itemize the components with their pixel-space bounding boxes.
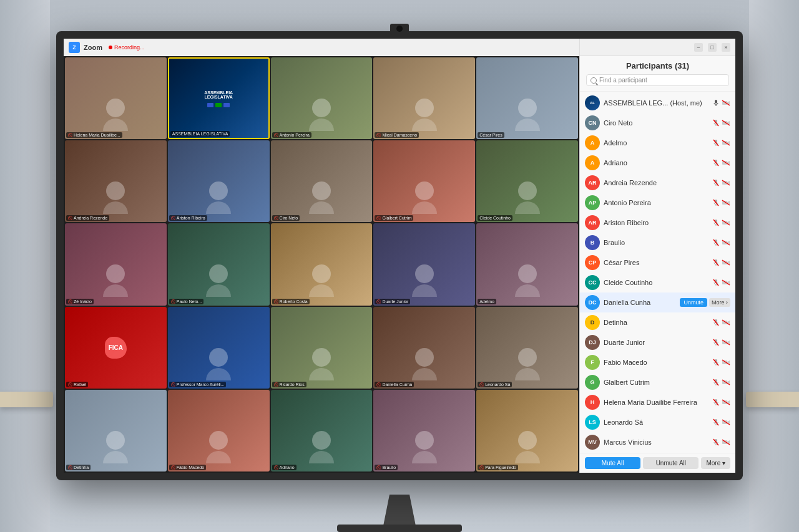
participant-icons: [712, 238, 730, 247]
video-cell: 🚫Antonio Pereira: [271, 57, 373, 139]
mic-muted-icon: [712, 378, 720, 387]
room-background: Z Zoom Recording... 🚫Helena Maria Duaili…: [0, 0, 799, 532]
participant-item[interactable]: ALASSEMBLEIA LEG... (Host, me): [580, 93, 735, 113]
participant-avatar: [309, 431, 334, 463]
participant-name: Fabio Macedo: [604, 359, 708, 366]
mic-muted-icon: [712, 258, 720, 267]
cam-icon: [722, 359, 730, 365]
participant-item[interactable]: CNCiro Neto: [580, 113, 735, 133]
participant-avatar: MV: [585, 435, 600, 450]
zoom-titlebar: Z Zoom Recording...: [64, 39, 579, 56]
participant-item[interactable]: DDetinha: [580, 312, 735, 332]
video-cell-label: 🚫Fábio Macedo: [169, 465, 206, 470]
participant-item[interactable]: ARAriston Ribeiro: [580, 213, 735, 233]
search-input[interactable]: Find a participant: [599, 77, 725, 84]
shelf-right: [746, 392, 799, 407]
participant-avatar: [515, 99, 540, 131]
participant-item[interactable]: ARAndreia Rezende: [580, 173, 735, 193]
video-cell: 🚫Zé Inácio: [65, 223, 167, 305]
video-cell: 🚫Paulo Neto...: [168, 223, 270, 305]
participant-item[interactable]: APAntonio Pereira: [580, 193, 735, 213]
participant-avatar: H: [585, 395, 600, 410]
mute-all-button[interactable]: Mute All: [585, 457, 640, 469]
participant-avatar: [309, 181, 334, 214]
unmute-button[interactable]: Unmute: [680, 298, 707, 307]
participant-item[interactable]: DCDaniella CunhaUnmuteMore ›: [580, 293, 735, 312]
participant-avatar: [515, 181, 540, 214]
participant-item[interactable]: BBraulio: [580, 233, 735, 253]
video-cell-label: 🚫Professor Marco Auréli...: [169, 382, 227, 387]
participant-avatar: [103, 181, 128, 214]
participant-name: Adriano: [604, 159, 708, 167]
video-cell-label: 🚫Leonardo Sá: [478, 382, 512, 387]
video-cell-label: Cleide Coutinho: [478, 215, 512, 221]
participant-name: Daniella Cunha: [604, 299, 676, 306]
participant-item[interactable]: CCCleide Coutinho: [580, 273, 735, 293]
participant-avatar: CC: [585, 275, 600, 290]
video-cell-label: 🚫Andreia Rezende: [66, 215, 109, 221]
participant-item[interactable]: FFabio Macedo: [580, 352, 735, 372]
participant-avatar: [206, 431, 231, 463]
cam-icon: [722, 259, 730, 266]
more-button[interactable]: More ›: [709, 298, 730, 307]
more-options-button[interactable]: More ▾: [701, 457, 730, 469]
tv-base: [337, 525, 462, 532]
video-cell: 🚫Para Figueiredo: [476, 390, 578, 472]
cam-icon: [722, 200, 730, 206]
video-cell-label: 🚫Para Figueiredo: [478, 465, 518, 470]
video-cell-label: 🚫Ciro Neto: [272, 215, 300, 221]
participant-item[interactable]: DJDuarte Junior: [580, 332, 735, 352]
participant-avatar: [412, 431, 437, 463]
participant-avatar: CN: [585, 115, 600, 130]
participant-item[interactable]: AAdriano: [580, 153, 735, 173]
participant-icons: [712, 358, 730, 367]
video-cell: 🚫Ciro Neto: [271, 140, 373, 222]
mic-muted-icon: [712, 358, 720, 367]
cam-icon: [722, 399, 730, 405]
maximize-button[interactable]: □: [708, 43, 717, 52]
video-cell-label: 🚫Braulio: [375, 465, 398, 470]
participant-item[interactable]: AAdelmo: [580, 133, 735, 153]
zoom-window: Z Zoom Recording... 🚫Helena Maria Duaili…: [64, 39, 579, 473]
video-cell: 🚫Fábio Macedo: [168, 390, 270, 472]
video-cell: FICA🚫Rafael: [65, 307, 167, 389]
participant-item[interactable]: CPCésar Pires: [580, 253, 735, 273]
participant-name: Helena Maria Duailibe Ferreira: [604, 399, 708, 406]
participant-item[interactable]: MVMarcus Vinicius: [580, 432, 735, 452]
participant-icons: [712, 438, 730, 447]
participant-avatar: LS: [585, 415, 600, 430]
video-cell-label: 🚫Ricardo Rios: [272, 382, 306, 387]
cam-icon: [722, 160, 730, 166]
video-cell: 🚫Adriano: [271, 390, 373, 472]
wall-right: [749, 0, 799, 532]
participant-icons: [712, 258, 730, 267]
participant-item[interactable]: LSLeonardo Sá: [580, 412, 735, 432]
participant-name: Leonardo Sá: [604, 418, 708, 426]
cam-icon: [722, 140, 730, 146]
participant-name: Ariston Ribeiro: [604, 219, 708, 226]
participant-icons: [712, 398, 730, 407]
participant-avatar: DC: [585, 295, 600, 310]
cam-icon: [722, 180, 730, 186]
video-cell-label: 🚫Rafael: [66, 382, 88, 387]
close-button[interactable]: ×: [722, 43, 730, 52]
video-cell-label: 🚫Duarte Junior: [375, 299, 410, 304]
participant-name: Cleide Coutinho: [604, 279, 708, 286]
participant-avatar: CP: [585, 255, 600, 270]
video-cell: Cleide Coutinho: [476, 140, 578, 222]
tv-monitor: Z Zoom Recording... 🚫Helena Maria Duaili…: [56, 31, 743, 480]
unmute-all-button[interactable]: Unmute All: [643, 457, 699, 469]
participant-avatar: B: [585, 235, 600, 250]
video-cell-label: 🚫Detinha: [66, 465, 91, 470]
minimize-button[interactable]: −: [694, 43, 703, 52]
cam-icon: [722, 279, 730, 286]
participant-item[interactable]: GGlalbert Cutrim: [580, 372, 735, 392]
panel-footer: Mute All Unmute All More ▾: [580, 453, 735, 473]
mic-muted-icon: [712, 278, 720, 287]
cam-icon: [722, 319, 730, 326]
mic-muted-icon: [712, 418, 720, 427]
mic-muted-icon: [712, 398, 720, 407]
search-box[interactable]: Find a participant: [586, 74, 729, 86]
tv-camera: [390, 24, 409, 35]
participant-item[interactable]: HHelena Maria Duailibe Ferreira: [580, 392, 735, 412]
